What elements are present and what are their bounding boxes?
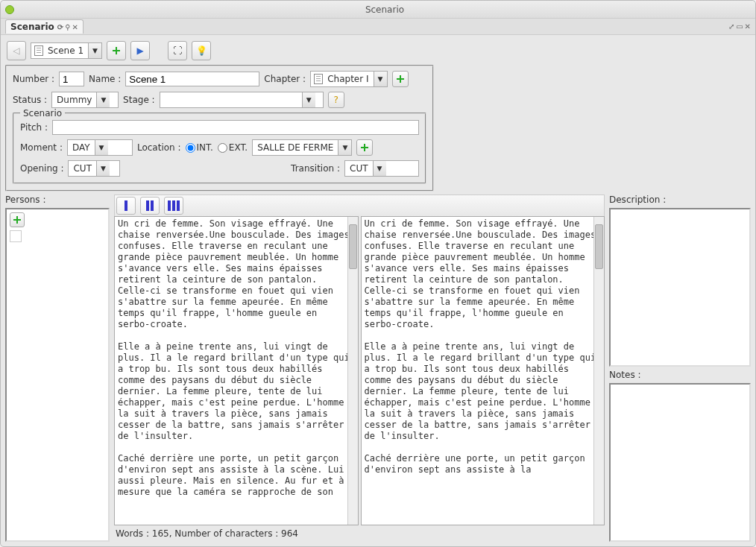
window-title: Scenario (19, 4, 751, 15)
scene-selector-text: Scene 1 (43, 45, 88, 56)
location-select[interactable]: SALLE DE FERME ▼ (252, 139, 352, 156)
moment-label: Moment : (20, 142, 63, 153)
editor-toolbar (114, 195, 605, 216)
transition-value: CUT (345, 163, 373, 174)
editor-column: Un cri de femme. Son visage effrayé. Une… (114, 195, 605, 542)
chapter-value: Chapter I (323, 74, 373, 84)
notes-box[interactable] (609, 383, 751, 542)
tab-refresh-icon[interactable]: ⟳ (57, 23, 63, 31)
scenario-legend: Scenario (20, 108, 65, 118)
editor-text-left[interactable]: Un cri de femme. Son visage effrayé. Une… (115, 217, 358, 499)
lower-area: Persons : Un cri de femme. Son visage ef… (5, 195, 751, 542)
pitch-label: Pitch : (20, 122, 48, 133)
chevron-down-icon[interactable]: ▼ (95, 140, 108, 155)
name-label: Name : (89, 74, 121, 84)
opening-select[interactable]: CUT ▼ (68, 160, 120, 177)
stage-label: Stage : (123, 95, 155, 105)
scrollbar[interactable] (593, 217, 604, 525)
stage-help-button[interactable]: ? (328, 92, 344, 108)
chevron-down-icon[interactable]: ▼ (96, 92, 110, 107)
transition-select[interactable]: CUT ▼ (344, 160, 419, 177)
editor-pane-left[interactable]: Un cri de femme. Son visage effrayé. Une… (114, 216, 359, 525)
chevron-down-icon[interactable]: ▼ (374, 72, 387, 86)
window: Scenario Scenario ⟳ ⚲ ✕ ⤢ ▭ ✕ ◁ Scene 1 … (0, 0, 756, 547)
titlebar: Scenario (1, 1, 755, 19)
add-scene-button[interactable] (107, 41, 126, 60)
window-close-button[interactable] (5, 5, 14, 14)
tab-close-right-icon[interactable]: ✕ (745, 22, 751, 31)
add-location-button[interactable] (356, 139, 373, 156)
plus-icon (12, 215, 22, 225)
single-column-button[interactable] (116, 197, 136, 215)
scenario-fieldset: Scenario Pitch : Moment : DAY ▼ Location… (13, 113, 426, 184)
scrollbar-thumb[interactable] (349, 224, 357, 269)
scrollbar-thumb[interactable] (595, 224, 603, 269)
scene-selector[interactable]: Scene 1 ▼ (31, 42, 102, 59)
editor-stats: Words : 165, Number of characters : 964 (114, 525, 605, 542)
chapter-label: Chapter : (264, 74, 306, 84)
plus-icon (395, 74, 406, 84)
fullscreen-button[interactable]: ⛶ (168, 41, 187, 60)
tab-scenario[interactable]: Scenario ⟳ ⚲ ✕ (5, 19, 84, 34)
chevron-down-icon[interactable]: ▼ (338, 140, 351, 155)
scene-form: Number : Name : Chapter : Chapter I ▼ St… (5, 65, 434, 192)
main-toolbar: ◁ Scene 1 ▼ ▶ ⛶ 💡 (5, 39, 751, 62)
status-label: Status : (13, 95, 47, 105)
tab-detach-icon[interactable]: ⤢ (728, 22, 734, 31)
notes-label: Notes : (609, 370, 751, 380)
tab-close-icon[interactable]: ✕ (72, 23, 78, 31)
description-label: Description : (609, 195, 751, 205)
editor-panes: Un cri de femme. Son visage effrayé. Une… (114, 216, 605, 525)
chevron-down-icon[interactable]: ▼ (302, 92, 315, 107)
tab-pin-icon[interactable]: ⚲ (65, 23, 70, 31)
number-label: Number : (13, 74, 54, 84)
editor-pane-right[interactable]: Un cri de femme. Son visage effrayé. Une… (361, 216, 605, 525)
person-placeholder[interactable] (10, 230, 22, 242)
three-column-button[interactable] (164, 197, 183, 215)
moment-value: DAY (68, 142, 95, 153)
chevron-down-icon[interactable]: ▼ (88, 43, 101, 58)
back-button[interactable]: ◁ (7, 41, 26, 60)
chevron-down-icon[interactable]: ▼ (96, 161, 110, 176)
int-label: INT. (197, 142, 213, 153)
document-icon (34, 45, 43, 56)
number-input[interactable] (59, 72, 84, 86)
scrollbar[interactable] (347, 217, 358, 525)
pitch-input[interactable] (52, 120, 419, 135)
persons-list[interactable] (5, 208, 110, 542)
moment-select[interactable]: DAY ▼ (67, 139, 133, 156)
ext-label: EXT. (229, 142, 248, 153)
two-column-button[interactable] (140, 197, 160, 215)
status-select[interactable]: Dummy ▼ (51, 92, 119, 108)
tab-bar: Scenario ⟳ ⚲ ✕ ⤢ ▭ ✕ (1, 19, 755, 35)
location-label: Location : (137, 142, 181, 153)
description-box[interactable] (609, 208, 751, 367)
int-radio-input[interactable] (186, 143, 195, 153)
ext-radio[interactable]: EXT. (218, 142, 248, 153)
chapter-select[interactable]: Chapter I ▼ (310, 71, 387, 87)
idea-button[interactable]: 💡 (192, 41, 211, 60)
opening-value: CUT (69, 163, 96, 174)
transition-label: Transition : (291, 163, 340, 174)
stage-select[interactable]: ▼ (160, 92, 324, 108)
side-column: Description : Notes : (609, 195, 751, 542)
opening-label: Opening : (20, 163, 63, 174)
add-chapter-button[interactable] (392, 71, 409, 87)
plus-icon (111, 45, 122, 56)
document-icon (314, 74, 323, 84)
tab-minimize-icon[interactable]: ▭ (736, 22, 743, 31)
status-value: Dummy (52, 95, 96, 105)
int-radio[interactable]: INT. (186, 142, 213, 153)
persons-label: Persons : (5, 195, 110, 205)
play-button[interactable]: ▶ (130, 41, 150, 60)
tab-label: Scenario (10, 22, 54, 32)
ext-radio-input[interactable] (218, 143, 227, 153)
editor-text-right[interactable]: Un cri de femme. Son visage effrayé. Une… (362, 217, 605, 477)
persons-panel: Persons : (5, 195, 110, 542)
chevron-down-icon[interactable]: ▼ (373, 161, 386, 176)
content: ◁ Scene 1 ▼ ▶ ⛶ 💡 Number : Name : Chapte… (1, 35, 755, 546)
plus-icon (359, 142, 370, 153)
add-person-button[interactable] (10, 212, 25, 227)
name-input[interactable] (125, 72, 259, 86)
location-value: SALLE DE FERME (253, 142, 338, 153)
